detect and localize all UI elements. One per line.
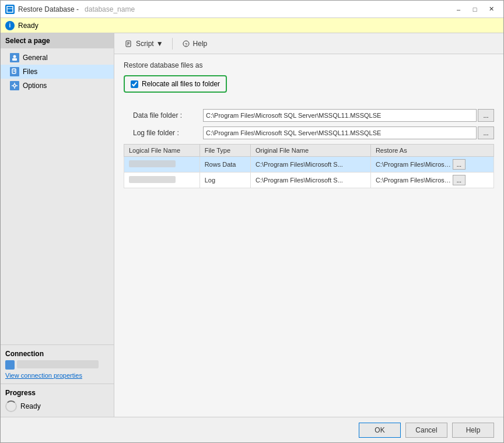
app-icon bbox=[5, 5, 15, 14]
relocate-checkbox[interactable] bbox=[131, 80, 138, 88]
script-button[interactable]: Script ▼ bbox=[119, 37, 169, 51]
data-file-folder-browse-button[interactable]: ... bbox=[478, 109, 494, 122]
status-icon: i bbox=[5, 21, 15, 30]
data-file-folder-label: Data file folder : bbox=[133, 111, 203, 119]
help-button[interactable]: ? Help bbox=[176, 37, 213, 51]
svg-rect-3 bbox=[12, 58, 17, 61]
help-label: Help bbox=[193, 40, 208, 48]
status-message: Ready bbox=[18, 22, 38, 30]
footer: OK Cancel Help bbox=[1, 417, 503, 442]
cell-file-type: Rows Data bbox=[200, 157, 250, 173]
log-file-folder-group: ... bbox=[203, 126, 494, 139]
log-file-folder-row: Log file folder : ... bbox=[124, 126, 494, 139]
svg-rect-6 bbox=[13, 71, 15, 72]
sidebar-item-files[interactable]: Files bbox=[1, 65, 114, 79]
svg-point-7 bbox=[13, 85, 16, 87]
window-title: Restore Database - bbox=[18, 5, 79, 13]
svg-rect-0 bbox=[7, 6, 13, 12]
col-original-file-name: Original File Name bbox=[251, 145, 371, 157]
title-bar-left: Restore Database - database_name bbox=[5, 5, 135, 14]
svg-point-2 bbox=[13, 55, 16, 58]
log-file-folder-input[interactable] bbox=[203, 126, 477, 139]
toolbar-divider bbox=[172, 38, 173, 50]
cell-logical-name bbox=[124, 173, 200, 188]
title-bar: Restore Database - database_name – □ ✕ bbox=[1, 1, 503, 18]
progress-section: Progress Ready bbox=[1, 384, 114, 417]
connection-server bbox=[17, 360, 99, 368]
col-restore-as: Restore As bbox=[370, 145, 494, 157]
toolbar: Script ▼ ? Help bbox=[114, 33, 503, 54]
sidebar-item-files-label: Files bbox=[23, 68, 37, 76]
script-dropdown-arrow: ▼ bbox=[156, 40, 163, 48]
content-body: Restore database files as Relocate all f… bbox=[114, 54, 503, 417]
view-connection-properties-link[interactable]: View connection properties bbox=[5, 372, 109, 379]
close-button[interactable]: ✕ bbox=[484, 3, 499, 15]
sidebar-item-general[interactable]: General bbox=[1, 51, 114, 65]
log-file-folder-label: Log file folder : bbox=[133, 129, 203, 137]
minimize-button[interactable]: – bbox=[451, 3, 466, 15]
script-label: Script bbox=[136, 40, 154, 48]
maximize-button[interactable]: □ bbox=[467, 3, 482, 15]
table-row[interactable]: Rows DataC:\Program Files\Microsoft S...… bbox=[124, 157, 494, 173]
connection-title: Connection bbox=[5, 350, 109, 358]
relocate-label: Relocate all files to folder bbox=[142, 80, 220, 88]
options-icon bbox=[10, 81, 19, 90]
files-icon bbox=[10, 67, 19, 76]
general-icon bbox=[10, 53, 19, 62]
table-row[interactable]: LogC:\Program Files\Microsoft S...C:\Pro… bbox=[124, 173, 494, 188]
restore-as-text: C:\Program Files\Microsoft S... bbox=[376, 177, 452, 184]
progress-title: Progress bbox=[5, 389, 109, 397]
col-logical-file-name: Logical File Name bbox=[124, 145, 200, 157]
data-file-folder-group: ... bbox=[203, 109, 494, 122]
svg-text:?: ? bbox=[184, 42, 187, 47]
relocate-checkbox-row[interactable]: Relocate all files to folder bbox=[124, 75, 227, 93]
script-icon bbox=[124, 39, 134, 48]
help-footer-button[interactable]: Help bbox=[452, 423, 494, 438]
progress-spinner bbox=[5, 400, 17, 412]
data-file-folder-input[interactable] bbox=[203, 109, 477, 122]
cell-original-file: C:\Program Files\Microsoft S... bbox=[251, 173, 371, 188]
restore-files-as-title: Restore database files as bbox=[124, 61, 494, 69]
window-title-suffix: database_name bbox=[85, 5, 135, 13]
ok-button[interactable]: OK bbox=[359, 423, 401, 438]
cell-logical-name bbox=[124, 157, 200, 173]
sidebar-section-title: Select a page bbox=[1, 33, 114, 48]
help-icon: ? bbox=[181, 39, 191, 48]
restore-as-browse-button[interactable]: ... bbox=[453, 159, 466, 170]
sidebar-item-general-label: General bbox=[23, 54, 48, 62]
main-window: Restore Database - database_name – □ ✕ i… bbox=[0, 0, 504, 443]
connection-section: Connection View connection properties bbox=[1, 344, 114, 384]
status-bar: i Ready bbox=[1, 18, 503, 33]
files-table: Logical File Name File Type Original Fil… bbox=[124, 144, 494, 188]
svg-rect-5 bbox=[13, 70, 15, 71]
cell-file-type: Log bbox=[200, 173, 250, 188]
progress-row: Ready bbox=[5, 400, 109, 412]
sidebar-spacer bbox=[1, 95, 114, 344]
log-file-folder-browse-button[interactable]: ... bbox=[478, 126, 494, 139]
title-bar-controls: – □ ✕ bbox=[451, 3, 499, 15]
cancel-button[interactable]: Cancel bbox=[405, 423, 447, 438]
cell-original-file: C:\Program Files\Microsoft S... bbox=[251, 157, 371, 173]
sidebar-item-options-label: Options bbox=[23, 82, 47, 90]
main-area: Select a page General bbox=[1, 33, 503, 417]
sidebar-item-options[interactable]: Options bbox=[1, 79, 114, 93]
sidebar-nav: General Files bbox=[1, 48, 114, 95]
cell-restore-as: C:\Program Files\Microsoft S...... bbox=[370, 157, 494, 173]
progress-status: Ready bbox=[20, 402, 41, 410]
content-area: Script ▼ ? Help Restore database file bbox=[114, 33, 503, 417]
data-file-folder-row: Data file folder : ... bbox=[124, 109, 494, 122]
restore-as-browse-button[interactable]: ... bbox=[453, 175, 466, 185]
cell-restore-as: C:\Program Files\Microsoft S...... bbox=[370, 173, 494, 188]
sidebar: Select a page General bbox=[1, 33, 114, 417]
col-file-type: File Type bbox=[200, 145, 250, 157]
restore-as-text: C:\Program Files\Microsoft S... bbox=[376, 161, 452, 168]
connection-icon bbox=[5, 360, 15, 370]
